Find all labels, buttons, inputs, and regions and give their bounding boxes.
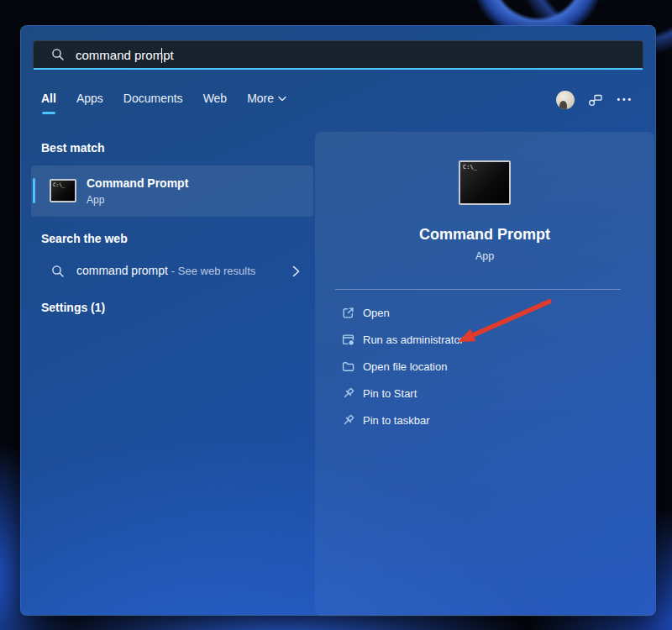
tab-more[interactable]: More: [247, 92, 286, 114]
best-match-heading: Best match: [41, 141, 104, 155]
selection-accent-bar: [33, 178, 35, 203]
pin-icon: [342, 414, 354, 427]
search-input[interactable]: [76, 48, 633, 62]
open-external-icon: [342, 307, 354, 319]
text-caret: [161, 48, 162, 63]
chevron-down-icon: [278, 96, 286, 102]
web-search-result[interactable]: command prompt - See web results: [31, 253, 313, 291]
tab-web[interactable]: Web: [203, 92, 228, 114]
web-result-label: command prompt - See web results: [76, 264, 255, 277]
settings-heading: Settings (1): [41, 301, 105, 314]
active-tab-indicator: [42, 112, 55, 114]
search-web-heading: Search the web: [41, 232, 128, 245]
preview-app-type: App: [315, 250, 654, 262]
search-flyout-panel: All Apps Documents Web More •••: [20, 25, 656, 616]
search-filter-tabs: All Apps Documents Web More: [41, 92, 286, 114]
tab-documents[interactable]: Documents: [123, 92, 183, 114]
search-icon: [51, 265, 65, 278]
action-pin-to-taskbar[interactable]: Pin to taskbar: [315, 407, 654, 433]
folder-icon: [342, 360, 354, 373]
pin-icon: [342, 387, 354, 400]
search-box[interactable]: [33, 40, 643, 70]
command-prompt-icon: C:\_: [50, 179, 76, 202]
best-match-type: App: [87, 194, 104, 206]
tab-all[interactable]: All: [41, 92, 56, 114]
action-run-as-administrator[interactable]: Run as administrator: [315, 326, 654, 353]
command-prompt-icon-large: C:\_: [459, 160, 511, 205]
tab-apps[interactable]: Apps: [76, 92, 103, 114]
user-avatar[interactable]: [556, 91, 575, 109]
best-match-result[interactable]: C:\_ Command Prompt App: [31, 165, 313, 217]
avatar-figure: [559, 101, 567, 109]
chevron-right-icon: [292, 265, 300, 277]
run-as-admin-icon: [342, 333, 354, 346]
action-open[interactable]: Open: [315, 299, 654, 326]
search-icon: [51, 48, 65, 61]
preview-pane: C:\_ Command Prompt App Open Run as: [315, 132, 654, 617]
action-open-file-location[interactable]: Open file location: [315, 353, 654, 380]
preview-app-title: Command Prompt: [315, 226, 654, 244]
search-header-icons: •••: [556, 90, 633, 110]
app-actions-list: Open Run as administrator Open file loca…: [315, 299, 654, 433]
more-options-icon[interactable]: •••: [617, 90, 633, 110]
divider: [335, 289, 621, 290]
action-pin-to-start[interactable]: Pin to Start: [315, 380, 654, 407]
best-match-title: Command Prompt: [87, 176, 188, 190]
device-link-icon[interactable]: [588, 93, 603, 107]
